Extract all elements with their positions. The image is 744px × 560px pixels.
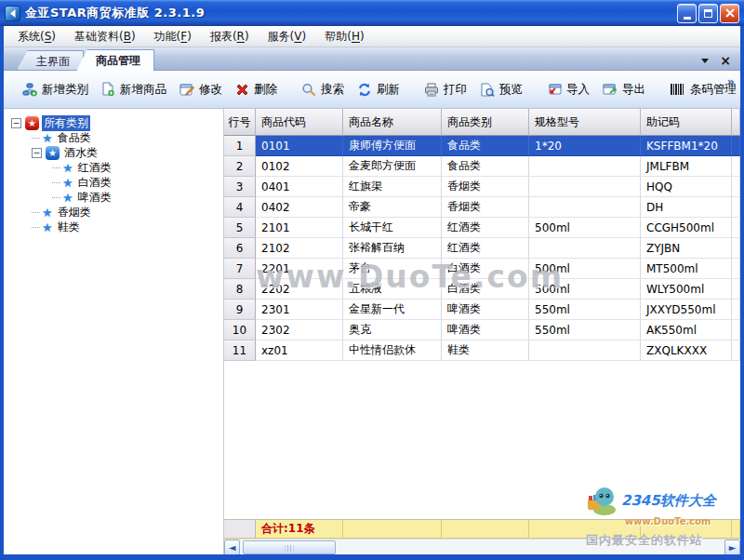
add-category-button[interactable]: 新增类别 — [16, 78, 95, 101]
table-cell: 五粮液 — [343, 279, 442, 300]
export-button[interactable]: 导出 — [596, 78, 652, 101]
table-cell: 550ml — [529, 320, 641, 340]
table-cell: 茅台 — [343, 259, 442, 279]
add-product-button[interactable]: 新增商品 — [95, 78, 173, 101]
minimize-button[interactable] — [677, 4, 697, 23]
star-icon: ★ — [62, 191, 73, 205]
table-body: 10101康师傅方便面食品类1*20KSFFBM1*2020102金麦郎方便面食… — [224, 136, 740, 519]
table-cell: 2102 — [256, 238, 343, 259]
table-cell: 金星新一代 — [343, 300, 442, 320]
tree-item-label: 红酒类 — [76, 160, 113, 176]
tree-item[interactable]: ★食品类 — [7, 130, 223, 145]
tree-connector — [32, 138, 40, 139]
table-row[interactable]: 82202五粮液白酒类500mlWLY500ml — [224, 279, 740, 300]
table-row[interactable]: 11xz01中性情侣款休鞋类ZXQLKXXX — [224, 340, 740, 361]
table-cell: xz01 — [256, 340, 343, 361]
tree-connector — [52, 167, 60, 168]
table-cell: 香烟类 — [442, 197, 529, 218]
menu-item[interactable]: 基础资料(B) — [66, 26, 144, 47]
toolbar-button-label: 打印 — [444, 82, 467, 98]
tab-item[interactable]: 主界面 — [17, 50, 84, 70]
table-row[interactable]: 72201茅台白酒类500mlMT500ml — [224, 259, 740, 279]
product-table: 行号商品代码商品名称商品类别规格型号助记码 10101康师傅方便面食品类1*20… — [224, 109, 740, 554]
scroll-right-arrow[interactable]: ► — [724, 540, 740, 554]
preview-button[interactable]: 预览 — [473, 78, 529, 101]
edit-button[interactable]: 修改 — [173, 78, 229, 101]
table-row[interactable]: 52101长城干红红酒类500mlCCGH500ml — [224, 218, 740, 238]
tree-item[interactable]: ★啤酒类 — [7, 190, 223, 205]
main-content: −★所有类别★食品类−★酒水类★红酒类★白酒类★啤酒类★香烟类★鞋类 行号商品代… — [4, 109, 740, 554]
table-cell-partial — [732, 197, 740, 218]
table-row[interactable]: 102302奥克啤酒类550mlAK550ml — [224, 320, 740, 340]
table-cell: 550ml — [529, 300, 641, 320]
table-row[interactable]: 62102张裕解百纳红酒类ZYJBN — [224, 238, 740, 259]
table-cell: 0101 — [256, 136, 343, 156]
column-header[interactable]: 商品类别 — [442, 109, 529, 136]
column-header[interactable]: 规格型号 — [529, 109, 641, 136]
add-category-icon — [22, 83, 37, 97]
table-cell: KSFFBM1*20 — [641, 136, 732, 156]
table-cell: 长城干红 — [343, 218, 442, 238]
column-header[interactable]: 商品名称 — [343, 109, 442, 136]
tree-item[interactable]: ★鞋类 — [7, 220, 223, 234]
table-row[interactable]: 40402帝豪香烟类DH — [224, 197, 740, 218]
star-icon: ★ — [42, 131, 53, 145]
column-header[interactable]: 行号 — [224, 109, 256, 136]
table-cell — [529, 238, 641, 259]
refresh-icon — [357, 83, 372, 97]
table-row[interactable]: 30401红旗渠香烟类HQQ — [224, 177, 740, 197]
table-cell-partial — [732, 340, 740, 361]
barcode-icon — [670, 83, 685, 96]
tree-expander-icon[interactable]: − — [11, 118, 21, 128]
search-icon — [301, 83, 316, 97]
chevron-down-icon[interactable] — [701, 59, 709, 63]
table-row[interactable]: 20102金麦郎方便面食品类JMLFBM — [224, 156, 740, 177]
table-cell: 红酒类 — [442, 238, 529, 259]
tree-expander-icon[interactable]: − — [32, 148, 42, 158]
row-number-cell: 4 — [224, 197, 256, 218]
table-cell-partial — [732, 218, 740, 238]
column-header[interactable]: 助记码 — [641, 109, 732, 136]
print-button[interactable]: 打印 — [418, 78, 473, 101]
scroll-left-arrow[interactable]: ◄ — [224, 540, 240, 554]
tree-item-label: 酒水类 — [62, 145, 100, 161]
table-cell-partial — [732, 177, 740, 197]
table-row[interactable]: 10101康师傅方便面食品类1*20KSFFBM1*20 — [224, 136, 740, 156]
search-button[interactable]: 搜索 — [295, 78, 351, 101]
menu-item[interactable]: 报表(R) — [202, 26, 258, 47]
tab-active[interactable]: 商品管理 — [76, 49, 154, 71]
scrollbar-thumb[interactable] — [243, 540, 336, 554]
table-cell-partial — [732, 300, 740, 320]
add-product-icon — [101, 82, 115, 97]
tree-item-label: 香烟类 — [56, 205, 93, 220]
import-button[interactable]: 导入 — [540, 78, 596, 101]
star-icon: ★ — [42, 220, 53, 234]
horizontal-scrollbar[interactable]: ◄ ► — [224, 539, 740, 554]
menu-item[interactable]: 服务(V) — [259, 26, 315, 47]
tree-item[interactable]: ★白酒类 — [7, 175, 223, 190]
tab-close-icon[interactable]: × — [720, 56, 731, 65]
table-cell: 白酒类 — [442, 279, 529, 300]
table-cell: 食品类 — [442, 156, 529, 177]
table-cell: 中性情侣款休 — [343, 340, 442, 361]
table-cell — [529, 156, 641, 177]
menu-item[interactable]: 系统(S) — [9, 26, 64, 47]
maximize-button[interactable] — [698, 4, 718, 23]
refresh-button[interactable]: 刷新 — [351, 78, 406, 101]
delete-button[interactable]: 删除 — [229, 78, 284, 101]
table-cell: 500ml — [529, 259, 641, 279]
menu-item[interactable]: 功能(F) — [146, 26, 200, 47]
tree-item[interactable]: ★香烟类 — [7, 205, 223, 220]
tree-item[interactable]: ★红酒类 — [7, 160, 223, 175]
menu-item[interactable]: 帮助(H) — [316, 26, 372, 47]
tree-item[interactable]: −★所有类别 — [7, 115, 223, 130]
column-header[interactable]: 商品代码 — [256, 109, 343, 136]
toolbar-overflow-chevron[interactable]: » — [727, 74, 735, 88]
table-row[interactable]: 92301金星新一代啤酒类550mlJXXYD550ml — [224, 300, 740, 320]
table-cell: 奥克 — [343, 320, 442, 340]
table-cell: MT500ml — [641, 259, 732, 279]
table-cell: 红旗渠 — [343, 177, 442, 197]
toolbar-button-label: 导入 — [566, 82, 590, 98]
close-button[interactable] — [720, 4, 739, 23]
tree-item[interactable]: −★酒水类 — [7, 145, 223, 160]
